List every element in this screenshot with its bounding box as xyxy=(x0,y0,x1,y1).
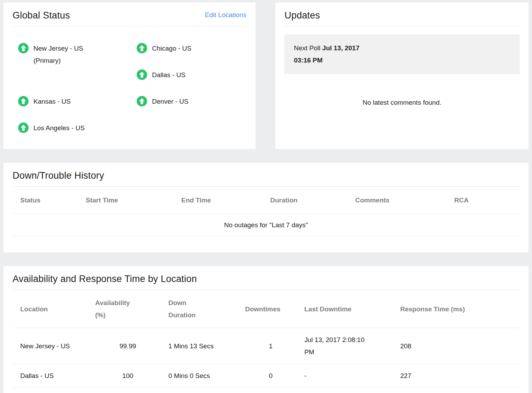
response_time-cell: 227 xyxy=(393,364,519,388)
column-header: Comments xyxy=(348,187,447,214)
down_duration-cell: 0 Mins 0 Secs xyxy=(161,364,237,388)
updates-title: Updates xyxy=(284,10,320,21)
global-status-header: Global Status Edit Locations xyxy=(3,2,256,21)
status-up-icon xyxy=(18,123,29,133)
down-trouble-header-row: StatusStart TimeEnd TimeDurationComments… xyxy=(13,187,519,214)
column-header: Start Time xyxy=(78,187,174,214)
column-header: Down Duration xyxy=(161,290,237,328)
status-up-icon xyxy=(137,43,147,53)
column-header: Availability (%) xyxy=(88,290,161,328)
down_duration-cell: 1 Mins 13 Secs xyxy=(161,328,237,364)
down-trouble-empty-row: No outages for "Last 7 days" xyxy=(13,214,519,236)
global-status-panel: Global Status Edit Locations New Jersey … xyxy=(3,2,256,149)
status-dashboard-page: Global Status Edit Locations New Jersey … xyxy=(0,0,532,393)
downtimes-cell: 0 xyxy=(237,364,297,388)
locations-left-column: New Jersey - US (Primary) Kansas - US Lo… xyxy=(18,42,137,148)
status-up-icon xyxy=(137,96,147,106)
down-trouble-panel: Down/Trouble History StatusStart TimeEnd… xyxy=(3,163,529,252)
column-header: End Time xyxy=(174,187,263,214)
location-label: Kansas - US xyxy=(33,95,71,107)
location-status-item: Los Angeles - US xyxy=(18,122,137,148)
down-trouble-header: Down/Trouble History xyxy=(3,163,529,181)
downtimes-cell: 1 xyxy=(237,328,297,364)
availability-row: Dallas - US1000 Mins 0 Secs0-227 xyxy=(13,364,519,388)
top-panels-row: Global Status Edit Locations New Jersey … xyxy=(3,2,529,149)
location-status-item: Denver - US xyxy=(137,95,191,122)
next-poll-time: 03:16 PM xyxy=(294,54,510,66)
location-label: Dallas - US xyxy=(152,69,185,81)
locations-grid: New Jersey - US (Primary) Kansas - US Lo… xyxy=(18,42,256,148)
location-label: New Jersey - US (Primary) xyxy=(33,42,103,67)
location-status-item: New Jersey - US (Primary) xyxy=(18,42,137,95)
availability-header-row: LocationAvailability (%)Down DurationDow… xyxy=(13,290,519,328)
column-header: Response Time (ms) xyxy=(393,290,519,328)
updates-panel: Updates Next Poll Jul 13, 2017 03:16 PM … xyxy=(275,2,529,149)
location-cell: Dallas - US xyxy=(13,364,88,388)
location-label: Los Angeles - US xyxy=(33,122,85,134)
availability-table-body: New Jersey - US99.991 Mins 13 Secs1Jul 1… xyxy=(13,328,519,388)
availability-title: Availability and Response Time by Locati… xyxy=(13,274,197,284)
location-status-item: Dallas - US xyxy=(137,69,191,95)
availability-cell: 99.99 xyxy=(88,328,161,364)
status-up-icon xyxy=(137,69,147,80)
availability-header: Availability and Response Time by Locati… xyxy=(3,266,529,284)
column-header: Status xyxy=(13,187,78,214)
availability-panel: Availability and Response Time by Locati… xyxy=(3,266,529,393)
edit-locations-link[interactable]: Edit Locations xyxy=(205,11,246,19)
availability-row: New Jersey - US99.991 Mins 13 Secs1Jul 1… xyxy=(13,328,519,364)
panel-divider xyxy=(284,26,519,27)
location-status-item: Kansas - US xyxy=(18,95,137,122)
next-poll-line: Next Poll Jul 13, 2017 xyxy=(294,42,510,54)
location-cell: New Jersey - US xyxy=(13,328,88,364)
down-trouble-table: StatusStart TimeEnd TimeDurationComments… xyxy=(13,187,519,236)
last_downtime-cell: - xyxy=(297,364,393,388)
response_time-cell: 208 xyxy=(393,328,519,364)
down-trouble-title: Down/Trouble History xyxy=(13,170,104,181)
availability-cell: 100 xyxy=(88,364,161,388)
next-poll-date: Jul 13, 2017 xyxy=(322,44,359,52)
panel-divider xyxy=(13,26,246,27)
column-header: Last Downtime xyxy=(297,290,393,328)
status-up-icon xyxy=(18,43,29,53)
locations-right-column: Chicago - US Dallas - US Denver - US xyxy=(137,42,191,148)
column-header: Duration xyxy=(263,187,348,214)
no-outages-message: No outages for "Last 7 days" xyxy=(13,214,519,236)
no-comments-message: No latest comments found. xyxy=(275,96,529,109)
location-label: Chicago - US xyxy=(152,42,191,54)
global-status-title: Global Status xyxy=(13,10,70,21)
updates-header: Updates xyxy=(275,2,529,21)
column-header: Downtimes xyxy=(237,290,297,328)
next-poll-box: Next Poll Jul 13, 2017 03:16 PM xyxy=(284,35,519,74)
last_downtime-cell: Jul 13, 2017 2:08:10 PM xyxy=(297,328,393,364)
column-header: RCA xyxy=(447,187,519,214)
location-status-item: Chicago - US xyxy=(137,42,191,69)
column-header: Location xyxy=(13,290,88,328)
availability-table: LocationAvailability (%)Down DurationDow… xyxy=(13,290,519,388)
status-up-icon xyxy=(18,96,29,106)
location-label: Denver - US xyxy=(152,95,189,107)
next-poll-label: Next Poll xyxy=(294,44,320,52)
